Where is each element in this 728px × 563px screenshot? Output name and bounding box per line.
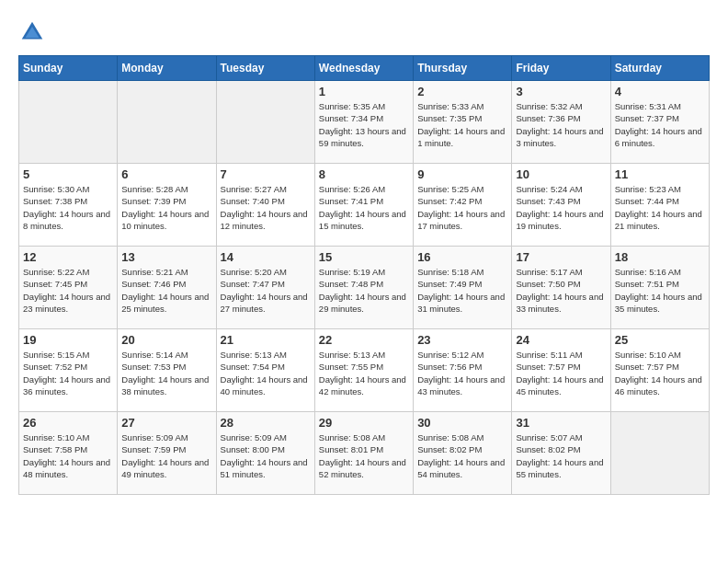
calendar-week-4: 19Sunrise: 5:15 AMSunset: 7:52 PMDayligh… bbox=[19, 329, 710, 412]
day-info: Sunrise: 5:33 AMSunset: 7:35 PMDaylight:… bbox=[417, 100, 507, 149]
day-info: Sunrise: 5:31 AMSunset: 7:37 PMDaylight:… bbox=[615, 100, 705, 149]
day-number: 24 bbox=[516, 333, 606, 347]
day-number: 10 bbox=[516, 167, 606, 181]
day-number: 14 bbox=[221, 250, 311, 264]
calendar-cell bbox=[216, 81, 314, 164]
day-number: 22 bbox=[319, 333, 409, 347]
day-number: 28 bbox=[221, 416, 311, 430]
day-info: Sunrise: 5:22 AMSunset: 7:45 PMDaylight:… bbox=[23, 266, 113, 315]
calendar-cell: 7Sunrise: 5:27 AMSunset: 7:40 PMDaylight… bbox=[216, 164, 314, 247]
day-number: 31 bbox=[516, 416, 606, 430]
day-number: 5 bbox=[23, 167, 113, 181]
page-header bbox=[18, 18, 710, 46]
calendar-cell: 31Sunrise: 5:07 AMSunset: 8:02 PMDayligh… bbox=[512, 412, 610, 495]
day-info: Sunrise: 5:10 AMSunset: 7:58 PMDaylight:… bbox=[23, 431, 113, 480]
day-info: Sunrise: 5:07 AMSunset: 8:02 PMDaylight:… bbox=[516, 431, 606, 480]
day-info: Sunrise: 5:21 AMSunset: 7:46 PMDaylight:… bbox=[121, 266, 211, 315]
calendar-cell: 15Sunrise: 5:19 AMSunset: 7:48 PMDayligh… bbox=[314, 247, 413, 329]
calendar-cell: 27Sunrise: 5:09 AMSunset: 7:59 PMDayligh… bbox=[118, 412, 216, 495]
calendar-cell: 25Sunrise: 5:10 AMSunset: 7:57 PMDayligh… bbox=[610, 329, 709, 412]
day-number: 30 bbox=[417, 416, 507, 430]
day-header-wednesday: Wednesday bbox=[314, 56, 413, 81]
day-info: Sunrise: 5:32 AMSunset: 7:36 PMDaylight:… bbox=[516, 100, 606, 149]
day-header-thursday: Thursday bbox=[414, 56, 512, 81]
calendar-cell: 1Sunrise: 5:35 AMSunset: 7:34 PMDaylight… bbox=[314, 81, 413, 164]
day-number: 15 bbox=[319, 250, 409, 264]
day-number: 3 bbox=[516, 85, 606, 98]
day-number: 17 bbox=[516, 250, 606, 264]
calendar-cell: 22Sunrise: 5:13 AMSunset: 7:55 PMDayligh… bbox=[314, 329, 413, 412]
day-info: Sunrise: 5:13 AMSunset: 7:55 PMDaylight:… bbox=[319, 349, 409, 397]
day-info: Sunrise: 5:28 AMSunset: 7:39 PMDaylight:… bbox=[121, 183, 211, 232]
calendar-cell: 11Sunrise: 5:23 AMSunset: 7:44 PMDayligh… bbox=[610, 164, 709, 247]
logo bbox=[18, 18, 48, 46]
day-info: Sunrise: 5:08 AMSunset: 8:01 PMDaylight:… bbox=[319, 431, 409, 480]
day-info: Sunrise: 5:24 AMSunset: 7:43 PMDaylight:… bbox=[516, 183, 606, 232]
day-header-sunday: Sunday bbox=[19, 56, 118, 81]
calendar-cell: 13Sunrise: 5:21 AMSunset: 7:46 PMDayligh… bbox=[118, 247, 216, 329]
calendar-cell: 9Sunrise: 5:25 AMSunset: 7:42 PMDaylight… bbox=[414, 164, 512, 247]
day-header-friday: Friday bbox=[512, 56, 610, 81]
calendar-table: SundayMondayTuesdayWednesdayThursdayFrid… bbox=[18, 55, 710, 495]
day-number: 20 bbox=[121, 333, 211, 347]
day-info: Sunrise: 5:08 AMSunset: 8:02 PMDaylight:… bbox=[417, 431, 507, 480]
day-info: Sunrise: 5:27 AMSunset: 7:40 PMDaylight:… bbox=[221, 183, 311, 232]
calendar-cell: 17Sunrise: 5:17 AMSunset: 7:50 PMDayligh… bbox=[512, 247, 610, 329]
day-number: 4 bbox=[615, 85, 705, 98]
calendar-cell: 3Sunrise: 5:32 AMSunset: 7:36 PMDaylight… bbox=[512, 81, 610, 164]
calendar-cell: 12Sunrise: 5:22 AMSunset: 7:45 PMDayligh… bbox=[19, 247, 118, 329]
day-info: Sunrise: 5:09 AMSunset: 7:59 PMDaylight:… bbox=[121, 431, 211, 480]
calendar-cell: 14Sunrise: 5:20 AMSunset: 7:47 PMDayligh… bbox=[216, 247, 314, 329]
calendar-week-1: 1Sunrise: 5:35 AMSunset: 7:34 PMDaylight… bbox=[19, 81, 710, 164]
calendar-cell: 24Sunrise: 5:11 AMSunset: 7:57 PMDayligh… bbox=[512, 329, 610, 412]
day-number: 19 bbox=[23, 333, 113, 347]
day-info: Sunrise: 5:15 AMSunset: 7:52 PMDaylight:… bbox=[23, 349, 113, 397]
day-info: Sunrise: 5:09 AMSunset: 8:00 PMDaylight:… bbox=[221, 431, 311, 480]
day-info: Sunrise: 5:11 AMSunset: 7:57 PMDaylight:… bbox=[516, 349, 606, 397]
calendar-cell: 20Sunrise: 5:14 AMSunset: 7:53 PMDayligh… bbox=[118, 329, 216, 412]
calendar-cell: 19Sunrise: 5:15 AMSunset: 7:52 PMDayligh… bbox=[19, 329, 118, 412]
calendar-cell: 26Sunrise: 5:10 AMSunset: 7:58 PMDayligh… bbox=[19, 412, 118, 495]
day-number: 2 bbox=[417, 85, 507, 98]
day-header-saturday: Saturday bbox=[610, 56, 709, 81]
day-number: 8 bbox=[319, 167, 409, 181]
day-info: Sunrise: 5:26 AMSunset: 7:41 PMDaylight:… bbox=[319, 183, 409, 232]
calendar-week-3: 12Sunrise: 5:22 AMSunset: 7:45 PMDayligh… bbox=[19, 247, 710, 329]
day-info: Sunrise: 5:20 AMSunset: 7:47 PMDaylight:… bbox=[221, 266, 311, 315]
day-number: 23 bbox=[417, 333, 507, 347]
calendar-cell: 16Sunrise: 5:18 AMSunset: 7:49 PMDayligh… bbox=[414, 247, 512, 329]
day-number: 7 bbox=[221, 167, 311, 181]
day-info: Sunrise: 5:10 AMSunset: 7:57 PMDaylight:… bbox=[615, 349, 705, 397]
day-info: Sunrise: 5:25 AMSunset: 7:42 PMDaylight:… bbox=[417, 183, 507, 232]
calendar-cell: 30Sunrise: 5:08 AMSunset: 8:02 PMDayligh… bbox=[414, 412, 512, 495]
calendar-cell: 23Sunrise: 5:12 AMSunset: 7:56 PMDayligh… bbox=[414, 329, 512, 412]
calendar-cell: 2Sunrise: 5:33 AMSunset: 7:35 PMDaylight… bbox=[414, 81, 512, 164]
day-number: 1 bbox=[319, 85, 409, 98]
day-header-monday: Monday bbox=[118, 56, 216, 81]
day-info: Sunrise: 5:16 AMSunset: 7:51 PMDaylight:… bbox=[615, 266, 705, 315]
day-number: 21 bbox=[221, 333, 311, 347]
calendar-cell bbox=[19, 81, 118, 164]
day-number: 9 bbox=[417, 167, 507, 181]
day-number: 13 bbox=[121, 250, 211, 264]
calendar-cell: 5Sunrise: 5:30 AMSunset: 7:38 PMDaylight… bbox=[19, 164, 118, 247]
calendar-cell: 6Sunrise: 5:28 AMSunset: 7:39 PMDaylight… bbox=[118, 164, 216, 247]
calendar-cell bbox=[118, 81, 216, 164]
calendar-cell: 18Sunrise: 5:16 AMSunset: 7:51 PMDayligh… bbox=[610, 247, 709, 329]
day-header-tuesday: Tuesday bbox=[216, 56, 314, 81]
calendar-cell bbox=[610, 412, 709, 495]
calendar-cell: 29Sunrise: 5:08 AMSunset: 8:01 PMDayligh… bbox=[314, 412, 413, 495]
day-number: 18 bbox=[615, 250, 705, 264]
day-number: 16 bbox=[417, 250, 507, 264]
calendar-week-2: 5Sunrise: 5:30 AMSunset: 7:38 PMDaylight… bbox=[19, 164, 710, 247]
calendar-cell: 10Sunrise: 5:24 AMSunset: 7:43 PMDayligh… bbox=[512, 164, 610, 247]
calendar-week-5: 26Sunrise: 5:10 AMSunset: 7:58 PMDayligh… bbox=[19, 412, 710, 495]
calendar-cell: 8Sunrise: 5:26 AMSunset: 7:41 PMDaylight… bbox=[314, 164, 413, 247]
day-info: Sunrise: 5:17 AMSunset: 7:50 PMDaylight:… bbox=[516, 266, 606, 315]
calendar-cell: 21Sunrise: 5:13 AMSunset: 7:54 PMDayligh… bbox=[216, 329, 314, 412]
day-info: Sunrise: 5:14 AMSunset: 7:53 PMDaylight:… bbox=[121, 349, 211, 397]
day-number: 29 bbox=[319, 416, 409, 430]
day-info: Sunrise: 5:13 AMSunset: 7:54 PMDaylight:… bbox=[221, 349, 311, 397]
logo-icon bbox=[18, 18, 46, 46]
calendar-cell: 4Sunrise: 5:31 AMSunset: 7:37 PMDaylight… bbox=[610, 81, 709, 164]
